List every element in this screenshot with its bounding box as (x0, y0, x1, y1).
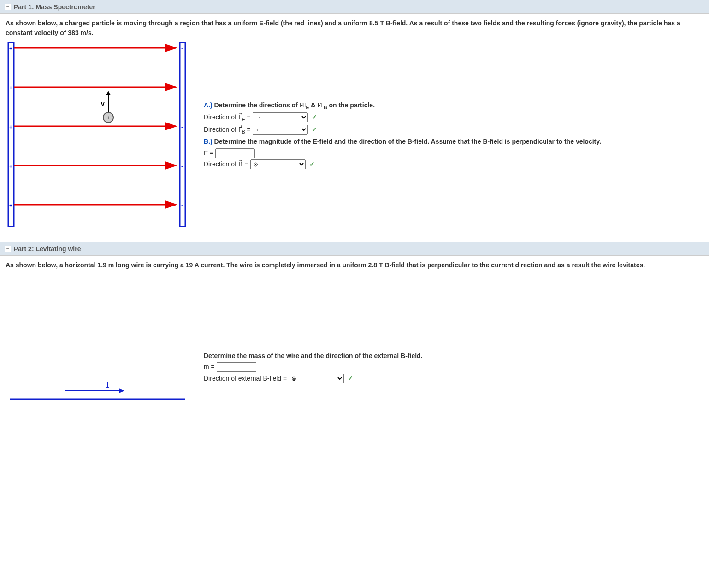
svg-text:+: + (106, 114, 110, 121)
fb-select[interactable]: ← (253, 125, 308, 135)
svg-text:-: - (181, 45, 183, 52)
part-a-label: A.) (204, 101, 213, 109)
part2-qtext: Determine the mass of the wire and the d… (204, 351, 703, 361)
part2-intro: As shown below, a horizontal 1.9 m long … (6, 260, 703, 270)
svg-text:-: - (181, 162, 183, 170)
fe-label: Direction of F⃗E = (204, 113, 253, 121)
bext-label: Direction of external B-field = (204, 375, 289, 382)
e-input[interactable] (215, 148, 255, 158)
svg-text:+: + (9, 85, 12, 91)
part2-title: Part 2: Levitating wire (14, 245, 81, 253)
svg-text:-: - (181, 84, 183, 91)
bext-select[interactable]: ⊗ (289, 374, 344, 383)
part2-header[interactable]: − Part 2: Levitating wire (0, 242, 709, 256)
m-input[interactable] (217, 362, 256, 372)
part2-diagram: I (6, 275, 190, 460)
svg-text:+: + (9, 163, 12, 170)
collapse-icon[interactable]: − (5, 246, 11, 252)
svg-rect-0 (8, 42, 14, 227)
svg-marker-24 (119, 388, 124, 393)
svg-text:+: + (9, 124, 12, 130)
check-icon: ✓ (309, 160, 315, 168)
fe-select[interactable]: → (253, 112, 308, 122)
part-b-label: B.) (204, 138, 213, 145)
part2-questions: Determine the mass of the wire and the d… (204, 351, 703, 384)
part2-body: As shown below, a horizontal 1.9 m long … (0, 256, 709, 474)
svg-marker-20 (106, 91, 111, 95)
bdir-label: Direction of B⃗ = (204, 160, 250, 168)
svg-text:-: - (181, 123, 183, 130)
check-icon: ✓ (312, 126, 317, 133)
svg-text:-: - (181, 201, 183, 209)
svg-text:I: I (106, 380, 109, 389)
m-label: m = (204, 363, 217, 370)
e-label: E = (204, 149, 215, 157)
svg-text:+: + (9, 202, 12, 209)
part-a-text: Determine the directions of F⃗E & F⃗B on… (214, 101, 375, 109)
check-icon: ✓ (348, 375, 353, 382)
fb-label: Direction of F⃗B = (204, 126, 253, 133)
collapse-icon[interactable]: − (5, 4, 11, 10)
part1-title: Part 1: Mass Spectrometer (14, 3, 95, 11)
part1-intro: As shown below, a charged particle is mo… (6, 18, 703, 38)
svg-text:+: + (9, 46, 12, 52)
svg-text:v: v (101, 100, 105, 107)
part1-diagram: + + + + + - - - - - (6, 42, 190, 228)
check-icon: ✓ (312, 113, 317, 121)
bdir-select[interactable]: ⊗ (250, 159, 306, 169)
part1-questions: A.) Determine the directions of F⃗E & F⃗… (204, 100, 703, 171)
svg-rect-1 (180, 42, 185, 227)
part1-body: As shown below, a charged particle is mo… (0, 14, 709, 242)
part1-header[interactable]: − Part 1: Mass Spectrometer (0, 0, 709, 14)
part-b-text: Determine the magnitude of the E-field a… (214, 138, 601, 145)
